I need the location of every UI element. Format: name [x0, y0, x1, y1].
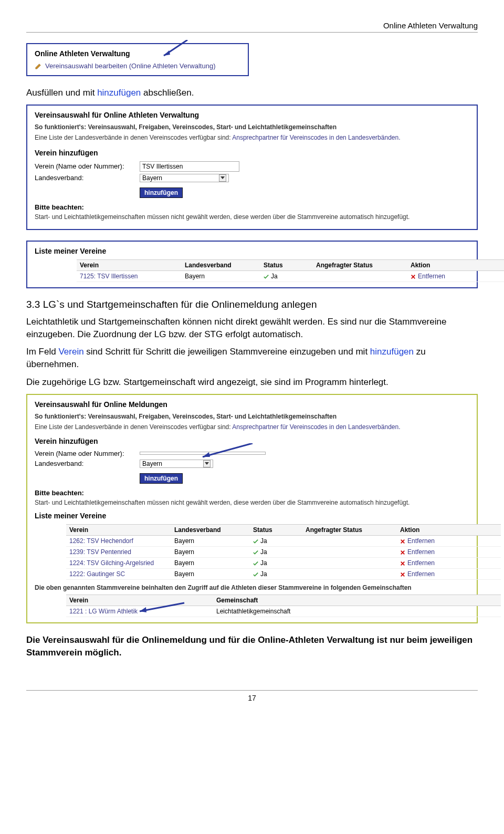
section-3-3-p1: Leichtathletik und Startgemeinschaften k… [26, 316, 478, 341]
table-header-row: Verein Landesverband Status Angefragter … [77, 259, 504, 271]
x-icon [400, 571, 405, 577]
note-title-2: Bitte beachten: [35, 489, 469, 497]
table-row: 1221 : LG Würm Athletik Leichtathletikge… [66, 606, 501, 617]
svg-marker-3 [203, 452, 210, 457]
gemeinschaft-text: Die oben genannten Stammvereine beinhalt… [35, 584, 469, 591]
input-verein[interactable]: TSV Illertissen [140, 161, 239, 172]
check-icon [253, 538, 258, 544]
screenshot-box-vereinsauswahl: Vereinsauswahl für Online Athleten Verwa… [26, 105, 478, 230]
table-header-row: Verein Gemeinschaft [66, 595, 501, 606]
x-icon [400, 549, 405, 555]
note-text-2: Start- und Leichtathletikgemeinschaften … [35, 499, 469, 506]
svg-marker-1 [164, 50, 170, 56]
select-landesverband[interactable]: Bayern [140, 174, 229, 182]
section-3-3-heading: 3.3 LG`s und Startgemeinschaften für die… [26, 299, 478, 310]
chevron-down-icon [219, 174, 226, 182]
box2-info-text: Eine Liste der Landesverbände in denen V… [35, 134, 469, 141]
verein-link[interactable]: 1224: TSV Gilching-Argelsried [66, 559, 174, 567]
box2-section: Verein hinzufügen [35, 149, 469, 157]
table-row: 1262: TSV HechendorfBayernJaEntfernen [66, 536, 501, 547]
box2-info-bold[interactable]: So funktioniert's: Vereinsauswahl, Freig… [35, 123, 337, 131]
verein-link[interactable]: 1262: TSV Hechendorf [66, 537, 174, 545]
entfernen-link[interactable]: Entfernen [400, 570, 463, 578]
screenshot-box-nav: Online Athleten Verwaltung Vereinsauswah… [26, 43, 249, 76]
verein-link[interactable]: 7125: TSV Illertissen [77, 273, 185, 280]
link-ansprechpartner-2[interactable]: Ansprechpartner für Vereinscodes in den … [232, 423, 400, 431]
page-header: Online Athleten Verwaltung [26, 21, 478, 33]
arrow-icon [134, 602, 187, 618]
screenshot-box-online-meldungen: Vereinsauswahl für Online Meldungen So f… [26, 394, 478, 623]
arrow-icon [159, 40, 190, 61]
box1-title: Online Athleten Verwaltung [35, 49, 240, 58]
hinzufuegen-button[interactable]: hinzufügen [140, 187, 183, 198]
note-title: Bitte beachten: [35, 203, 469, 211]
check-icon [253, 560, 258, 566]
entfernen-link[interactable]: Entfernen [411, 273, 474, 280]
svg-line-4 [140, 603, 184, 611]
entfernen-link[interactable]: Entfernen [400, 548, 463, 556]
screenshot-box-liste: Liste meiner Vereine Verein Landesverban… [26, 241, 478, 288]
hinzufuegen-button-2[interactable]: hinzufügen [140, 473, 183, 484]
box4-info-bold[interactable]: So funktioniert's: Vereinsauswahl, Freig… [35, 413, 337, 420]
label-verein: Verein (Name oder Nummer): [35, 162, 140, 170]
verein-link[interactable]: 1239: TSV Pentenried [66, 548, 174, 556]
box2-title: Vereinsauswahl für Online Athleten Verwa… [35, 111, 469, 119]
pencil-icon [35, 62, 42, 70]
label-landesverband-2: Landesverband: [35, 460, 140, 467]
table-row: 1222: Gautinger SCBayernJaEntfernen [66, 569, 501, 580]
note-text: Start- und Leichtathletikgemeinschaften … [35, 213, 469, 221]
box3-title: Liste meiner Vereine [35, 247, 469, 255]
table-row: 7125: TSV Illertissen Bayern Ja Entferne… [77, 271, 504, 282]
box4-list-title: Liste meiner Vereine [35, 512, 469, 520]
table-row: 1224: TSV Gilching-ArgelsriedBayernJaEnt… [66, 558, 501, 569]
conclusion-text: Die Vereinsauswahl für die Onlinemeldung… [26, 634, 478, 659]
label-landesverband: Landesverband: [35, 174, 140, 182]
entfernen-link[interactable]: Entfernen [400, 559, 463, 567]
section-3-3-p3: Die zugehörige LG bzw. Startgemeinschaft… [26, 376, 478, 389]
box4-info-text: Eine Liste der Landesverbände in denen V… [35, 423, 469, 431]
x-icon [411, 274, 416, 279]
table-row: 1239: TSV PentenriedBayernJaEntfernen [66, 547, 501, 558]
chevron-down-icon [203, 460, 211, 467]
check-icon [253, 549, 258, 555]
section-3-3-p2: Im Feld Verein sind Schritt für Schritt … [26, 346, 478, 371]
link-ansprechpartner[interactable]: Ansprechpartner für Vereinscodes in den … [232, 134, 400, 141]
x-icon [400, 538, 405, 544]
label-verein-2: Verein (Name oder Nummer): [35, 450, 140, 457]
box4-title: Vereinsauswahl für Online Meldungen [35, 400, 469, 409]
entfernen-link[interactable]: Entfernen [400, 537, 463, 545]
box1-subtitle[interactable]: Vereinsauswahl bearbeiten (Online Athlet… [45, 62, 216, 70]
check-icon [264, 274, 269, 279]
check-icon [253, 571, 258, 577]
svg-line-2 [203, 443, 253, 457]
table-header-row: Verein Landesverband Status Angefragter … [66, 524, 501, 536]
intro-text-1: Ausfüllen und mit hinzufügen abschließen… [26, 87, 478, 99]
verein-link[interactable]: 1222: Gautinger SC [66, 570, 174, 578]
page-footer: 17 [26, 690, 478, 702]
x-icon [400, 560, 405, 566]
